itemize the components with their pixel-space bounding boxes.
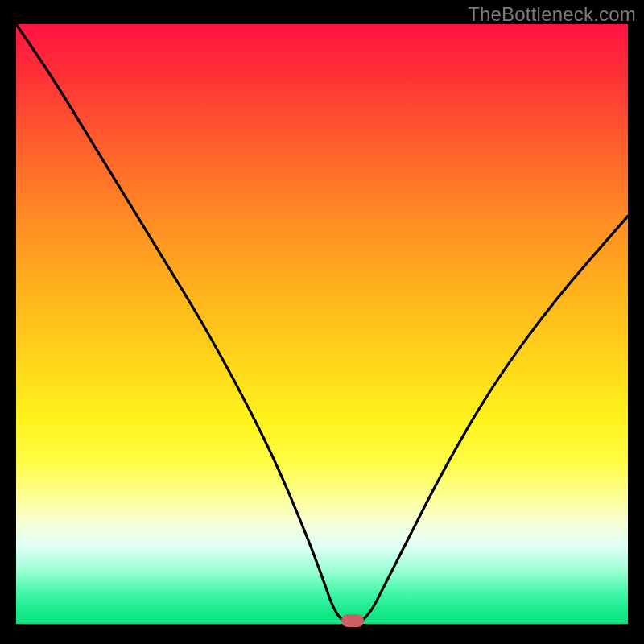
curve-path (16, 24, 628, 624)
attribution-text: TheBottleneck.com (468, 3, 636, 26)
bottleneck-curve (16, 24, 628, 624)
chart-frame: TheBottleneck.com (0, 0, 644, 644)
plot-area (16, 24, 628, 624)
optimal-point-marker (341, 614, 364, 627)
